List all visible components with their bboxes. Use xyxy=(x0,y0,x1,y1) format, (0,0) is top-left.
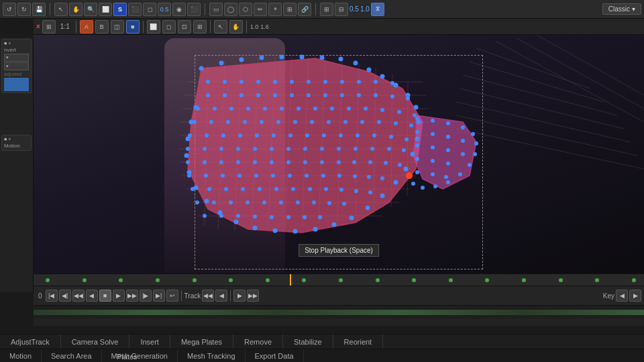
tool5[interactable]: ⬛ xyxy=(128,3,142,16)
dropdown-icon: ▾ xyxy=(632,5,635,13)
tab-camera-solve[interactable]: Camera Solve xyxy=(61,335,130,349)
tb2-btn-f[interactable]: ◻ xyxy=(162,20,176,34)
top-toolbar: ↺ ↻ 💾 ↖ ✋ 🔍 ⬜ S ⬛ ◻ 0.5 ◉ ⬛ ▭ ◯ ⬡ ✏ ⌖ ⊞ … xyxy=(0,0,644,19)
tab-reorient[interactable]: Reorient xyxy=(333,335,384,349)
tc-play-back[interactable]: ◀ xyxy=(86,290,98,302)
tool9[interactable]: ⬛ xyxy=(187,3,201,16)
playhead[interactable] xyxy=(290,274,291,286)
svg-point-56 xyxy=(332,223,337,227)
tc-track-back2[interactable]: ◀ xyxy=(215,290,227,302)
tc-num-display: 0 xyxy=(36,292,44,300)
svg-point-209 xyxy=(431,119,435,123)
redo-btn[interactable]: ↻ xyxy=(17,3,31,16)
tool7[interactable]: 0.5 xyxy=(158,3,171,16)
tc-key-back[interactable]: ◀ xyxy=(616,290,628,302)
tb2-btn-h[interactable]: ⊞ xyxy=(193,20,207,34)
ruler-dot xyxy=(156,278,160,282)
tab-adjust-track[interactable]: AdjustTrack xyxy=(0,335,61,349)
cursor-btn[interactable]: ↖ xyxy=(54,3,68,16)
tool6[interactable]: ◻ xyxy=(143,3,156,16)
tc-prev-key[interactable]: ◀| xyxy=(59,290,71,302)
view-btn2[interactable]: ⊟ xyxy=(335,3,348,16)
classic-mode-btn[interactable]: Classic ▾ xyxy=(602,3,641,15)
tc-track-fwd2[interactable]: ▶▶ xyxy=(247,290,259,302)
svg-point-37 xyxy=(260,56,264,60)
tc-go-end[interactable]: ▶| xyxy=(153,290,165,302)
align-btn[interactable]: ⊞ xyxy=(283,3,297,16)
menu-mesh-tracking[interactable]: Mesh Tracking xyxy=(178,349,246,362)
tc-step-back[interactable]: ◀◀ xyxy=(72,290,85,302)
svg-point-127 xyxy=(255,133,259,137)
svg-point-114 xyxy=(276,120,280,124)
svg-point-77 xyxy=(323,80,327,84)
panel-convert-btn1[interactable]: ▾ xyxy=(4,54,29,62)
undo-btn[interactable]: ↺ xyxy=(3,3,16,16)
mocha-logo[interactable]: S xyxy=(113,3,127,16)
svg-point-97 xyxy=(229,107,233,111)
rect-btn[interactable]: ▭ xyxy=(209,3,223,16)
tab-remove[interactable]: Remove xyxy=(233,335,283,349)
close-btn[interactable]: × xyxy=(36,23,40,30)
svg-point-138 xyxy=(203,147,207,151)
zoom-btn[interactable]: 🔍 xyxy=(84,3,97,16)
svg-point-103 xyxy=(330,107,334,111)
svg-point-218 xyxy=(433,184,437,188)
svg-point-91 xyxy=(357,93,361,97)
tb2-btn-d[interactable]: ■ xyxy=(126,20,140,34)
menu-motion[interactable]: Motion xyxy=(0,349,42,362)
tb2-btn-g[interactable]: ⊡ xyxy=(178,20,191,34)
timeline-ruler[interactable] xyxy=(34,274,644,286)
ellipse-btn[interactable]: ◯ xyxy=(224,3,237,16)
tb2-sep4 xyxy=(246,21,247,33)
svg-point-44 xyxy=(380,74,385,79)
tb2-btn-c[interactable]: ◫ xyxy=(111,20,124,34)
svg-point-75 xyxy=(290,80,294,84)
freehand-btn[interactable]: ✏ xyxy=(254,3,267,16)
svg-point-47 xyxy=(414,105,419,110)
svg-point-86 xyxy=(273,93,277,97)
magnet-btn[interactable]: ⌖ xyxy=(268,3,282,16)
tool8[interactable]: ◉ xyxy=(172,3,186,16)
menu-export-data[interactable]: Export Data xyxy=(246,349,304,362)
ruler-dot xyxy=(266,278,270,282)
key-label: Key xyxy=(603,292,614,300)
menu-search-area[interactable]: Search Area xyxy=(42,349,102,362)
sep2 xyxy=(205,3,205,15)
ratio-label: 1:1 xyxy=(58,23,72,30)
link-btn[interactable]: 🔗 xyxy=(298,3,311,16)
tc-loop[interactable]: ↩ xyxy=(166,290,178,302)
pan-btn[interactable]: ✋ xyxy=(69,3,83,16)
tab-stabilize[interactable]: Stabilize xyxy=(283,335,333,349)
svg-point-96 xyxy=(213,107,217,111)
tab-insert[interactable]: Insert xyxy=(129,335,170,349)
svg-point-145 xyxy=(320,147,324,151)
view-btn1[interactable]: ⊞ xyxy=(320,3,333,16)
tc-stop[interactable]: ■ xyxy=(99,290,111,302)
tc-play-fwd[interactable]: ▶ xyxy=(113,290,125,302)
tc-step-fwd[interactable]: ▶▶ xyxy=(126,290,138,302)
tb2-btn-cursor[interactable]: ↖ xyxy=(214,20,227,34)
tc-track-back[interactable]: ◀◀ xyxy=(202,290,214,302)
select-btn[interactable]: ⬜ xyxy=(99,3,112,16)
tc-go-start[interactable]: |◀ xyxy=(46,290,58,302)
tc-next-key[interactable]: |▶ xyxy=(140,290,152,302)
svg-point-112 xyxy=(243,120,247,124)
panel-convert-btn2[interactable]: ▾ xyxy=(4,62,29,70)
svg-point-34 xyxy=(199,66,204,71)
tb2-btn-e[interactable]: ⬜ xyxy=(147,20,160,34)
tab-mega-plates[interactable]: Mega Plates xyxy=(170,335,233,349)
svg-point-149 xyxy=(387,147,391,151)
svg-point-194 xyxy=(262,200,266,204)
tc-track-fwd[interactable]: ▶ xyxy=(233,290,246,302)
svg-point-66 xyxy=(184,154,189,158)
poly-btn[interactable]: ⬡ xyxy=(239,3,252,16)
tb2-btn-hand[interactable]: ✋ xyxy=(229,20,243,34)
tb2-btn-b[interactable]: B xyxy=(95,20,109,34)
svg-point-59 xyxy=(273,229,278,233)
save-btn[interactable]: 💾 xyxy=(32,3,46,16)
view-btn3[interactable]: ⧖ xyxy=(371,3,384,16)
tb2-btn1[interactable]: ⊞ xyxy=(42,20,56,34)
svg-point-151 xyxy=(186,160,190,164)
tb2-btn-a[interactable]: A xyxy=(80,20,93,34)
tc-key-fwd[interactable]: ▶ xyxy=(629,290,641,302)
